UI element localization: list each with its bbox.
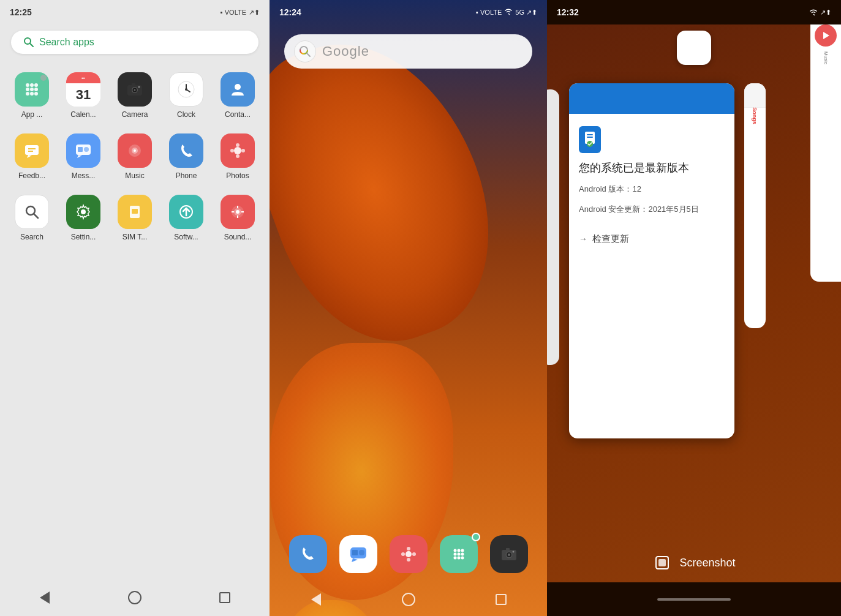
google-search-icon	[294, 40, 316, 62]
dock-camera-icon	[500, 546, 518, 563]
card-header	[569, 83, 734, 114]
nav-bar-1	[0, 579, 270, 616]
app-icon-software	[169, 195, 203, 229]
svg-rect-80	[587, 137, 593, 138]
svg-line-54	[307, 53, 310, 56]
home-button-1[interactable]	[126, 588, 144, 607]
app-item-messages[interactable]: Mess...	[58, 126, 109, 187]
status-bar-1: 12:25 ▪ VOLTE ↗⬆	[0, 0, 270, 24]
app-label-calendar: Calen...	[62, 110, 105, 119]
home-button-2[interactable]	[399, 590, 418, 609]
dock-photos[interactable]	[390, 535, 428, 573]
app-item-camera[interactable]: Camera	[109, 65, 160, 126]
app-item-music[interactable]: Music	[109, 126, 160, 187]
app-item-sound[interactable]: Sound...	[212, 187, 263, 249]
music-svg	[126, 142, 143, 159]
time-3: 12:32	[557, 7, 579, 17]
svg-point-7	[34, 88, 38, 91]
svg-point-8	[26, 92, 29, 96]
app-icon-sound	[221, 195, 255, 229]
app-label-contacts: Conta...	[216, 110, 259, 119]
svg-point-70	[457, 557, 460, 560]
camera-svg	[126, 81, 143, 98]
svg-line-37	[34, 214, 38, 218]
signal-3: ↗⬆	[820, 9, 831, 17]
dock-phone[interactable]	[289, 535, 327, 573]
app-item-photos[interactable]: Photos	[212, 126, 263, 187]
dock-messages-icon	[349, 545, 368, 563]
app-icon-app-drawer	[15, 72, 49, 107]
app-drawer-badge	[472, 533, 480, 541]
back-button-2[interactable]	[307, 590, 325, 609]
check-update-row[interactable]: → 检查更新	[579, 233, 725, 245]
google-label: Google	[322, 43, 369, 59]
status-bar-3: 12:32 ↗⬆	[547, 0, 841, 24]
recent-button-1[interactable]	[216, 588, 234, 607]
app-item-calendar[interactable]: ▪▪ 31 Calen...	[58, 65, 109, 126]
app-item-clock[interactable]: Clock	[160, 65, 212, 126]
dock-camera[interactable]	[490, 535, 528, 573]
svg-point-2	[26, 83, 29, 87]
app-item-software[interactable]: Softw...	[160, 187, 212, 249]
svg-point-69	[453, 557, 456, 560]
dock-app-drawer[interactable]	[440, 535, 478, 573]
svg-rect-76	[506, 548, 510, 550]
search-apps-bar[interactable]: Search apps	[11, 31, 258, 54]
screenshot-label: Screenshot	[679, 557, 735, 569]
app-label-messages: Mess...	[62, 171, 105, 180]
svg-point-31	[234, 147, 241, 154]
back-button-1[interactable]	[36, 588, 54, 607]
dock-phone-icon	[300, 546, 317, 563]
app-item-app-drawer[interactable]: App ...	[6, 65, 58, 126]
phone-svg	[179, 143, 194, 158]
app-label-clock: Clock	[165, 110, 208, 119]
recent-button-2[interactable]	[492, 590, 510, 609]
app-item-settings[interactable]: Settin...	[58, 187, 109, 249]
battery-icon-1: ▪ VOLTE	[221, 9, 246, 16]
home-screen-panel: 12:24 ▪ VOLTE 5G ↗⬆	[270, 0, 547, 616]
app-label-software: Softw...	[165, 233, 208, 241]
svg-point-4	[34, 83, 38, 87]
wifi-svg-2	[504, 8, 513, 15]
svg-point-64	[457, 549, 460, 552]
contacts-svg	[229, 81, 246, 98]
home-indicator-3	[657, 598, 731, 601]
screenshot-icon	[652, 553, 672, 573]
system-update-card[interactable]: 您的系统已是最新版本 Android 版本：12 Android 安全更新：20…	[569, 83, 734, 438]
messages-svg	[75, 142, 92, 159]
update-svg	[583, 132, 597, 148]
clock-svg	[176, 80, 196, 99]
app-icon-messages	[66, 133, 100, 168]
google-search-bar[interactable]: Google	[284, 34, 532, 69]
app-item-phone[interactable]: Phone	[160, 126, 212, 187]
check-update-label: 检查更新	[592, 233, 629, 245]
nav-bar-2	[270, 582, 547, 616]
svg-point-62	[412, 552, 416, 556]
svg-point-6	[30, 88, 34, 91]
svg-point-21	[235, 84, 241, 90]
card-partial-left[interactable]	[547, 89, 559, 365]
sim-svg	[127, 204, 143, 220]
svg-rect-79	[587, 134, 593, 135]
app-item-search[interactable]: Search	[6, 187, 58, 249]
recent-apps-panel: 12:32 ↗⬆	[547, 0, 841, 616]
app-icon-sim	[118, 195, 152, 229]
app-icon-photos	[221, 133, 255, 168]
app-item-contacts[interactable]: Conta...	[212, 65, 263, 126]
app-item-sim[interactable]: SIM T...	[109, 187, 160, 249]
app-label-sim: SIM T...	[113, 233, 156, 241]
dock-messages[interactable]	[339, 535, 377, 573]
app-icon-settings	[66, 195, 100, 229]
app-label-phone: Phone	[165, 171, 208, 180]
software-svg	[178, 203, 195, 220]
settings-svg	[75, 203, 92, 220]
dock-photos-icon	[400, 546, 417, 563]
screenshot-bar: Screenshot	[547, 543, 841, 582]
status-icons-3: ↗⬆	[809, 9, 831, 17]
feedback-svg	[23, 142, 40, 159]
app-item-feedback[interactable]: Feedb...	[6, 126, 58, 187]
svg-point-58	[405, 551, 412, 557]
svg-point-10	[34, 92, 38, 96]
svg-point-30	[134, 149, 136, 152]
card-partial-right-1[interactable]: Songs	[744, 83, 766, 328]
